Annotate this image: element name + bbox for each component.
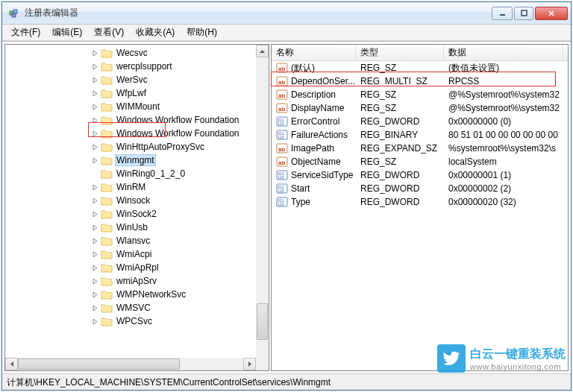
tree-expander[interactable] — [89, 315, 101, 327]
tree-label: Winsock — [115, 195, 151, 206]
values-header[interactable]: 名称类型数据 — [272, 45, 568, 61]
tree-expander[interactable] — [89, 208, 101, 220]
value-data: %systemroot%\system32\s — [444, 143, 563, 154]
tree-expander[interactable] — [89, 288, 101, 300]
tree-expander[interactable] — [89, 60, 101, 72]
scroll-thumb[interactable] — [257, 303, 268, 339]
tree-expander[interactable] — [89, 248, 101, 260]
value-row[interactable]: ImagePathREG_EXPAND_SZ%systemroot%\syste… — [272, 142, 568, 155]
value-data: 0x00000000 (0) — [444, 116, 563, 127]
maximize-button[interactable] — [514, 7, 533, 20]
tree-item[interactable]: WMSVC — [5, 301, 256, 314]
value-row[interactable]: ObjectNameREG_SZlocalSystem — [272, 155, 568, 168]
scroll-up-button[interactable] — [256, 45, 269, 57]
folder-icon — [101, 75, 113, 85]
tree-expander[interactable] — [89, 127, 101, 139]
tree-item[interactable]: Windows Workflow Foundation — [5, 127, 256, 140]
tree-item[interactable]: WIMMount — [5, 100, 256, 113]
binary-value-icon — [276, 116, 288, 127]
svg-rect-8 — [500, 14, 505, 16]
value-data: localSystem — [444, 157, 563, 167]
title-bar[interactable]: 注册表编辑器 — [2, 2, 571, 25]
tree-expander[interactable] — [89, 195, 101, 206]
scroll-track-h[interactable] — [18, 358, 243, 370]
scroll-thumb-h[interactable] — [18, 358, 180, 370]
tree-label: WerSvc — [115, 74, 149, 86]
value-row[interactable]: ErrorControlREG_DWORD0x00000000 (0) — [272, 115, 568, 128]
tree-item[interactable]: Wecsvc — [5, 46, 256, 60]
column-header-2[interactable]: 数据 — [444, 45, 563, 60]
tree-item[interactable]: WPCSvc — [5, 314, 256, 328]
value-row[interactable]: DisplayNameREG_SZ@%Systemroot%\system32 — [272, 101, 568, 115]
value-type: REG_SZ — [356, 89, 444, 100]
tree-scrollbar-vertical[interactable] — [256, 45, 269, 370]
close-button[interactable] — [535, 7, 568, 20]
tree-expander[interactable] — [89, 47, 101, 59]
tree-expander[interactable] — [89, 302, 101, 314]
tree-item[interactable]: WinUsb — [5, 221, 256, 234]
tree-expander[interactable] — [89, 181, 101, 193]
folder-icon — [101, 209, 113, 219]
value-row[interactable]: (默认)REG_SZ(数值未设置) — [272, 61, 568, 75]
tree-item[interactable]: WerSvc — [5, 73, 256, 86]
value-row[interactable]: StartREG_DWORD0x00000002 (2) — [272, 182, 568, 195]
tree-label: wmiApSrv — [115, 275, 158, 287]
svg-rect-9 — [522, 10, 527, 16]
tree-expander[interactable] — [89, 87, 101, 99]
tree-item[interactable]: WmiApRpl — [5, 261, 256, 274]
tree-item[interactable]: WinRM — [5, 180, 256, 194]
value-row[interactable]: TypeREG_DWORD0x00000020 (32) — [272, 195, 568, 209]
registry-tree[interactable]: WecsvcwercplsupportWerSvcWfpLwfWIMMountW… — [5, 45, 256, 329]
value-name: Start — [272, 183, 356, 195]
tree-label: Windows Workflow Foundation — [115, 127, 241, 139]
tree-item[interactable]: Windows Workflow Foundation — [5, 113, 256, 127]
scroll-left-button[interactable] — [5, 358, 18, 370]
tree-expander[interactable] — [89, 101, 101, 113]
scroll-right-button[interactable] — [243, 358, 256, 370]
menu-4[interactable]: 帮助(H) — [181, 24, 223, 41]
tree-expander[interactable] — [89, 262, 101, 274]
tree-item[interactable]: Wlansvc — [5, 234, 256, 247]
tree-item[interactable]: Winmgmt — [5, 154, 256, 167]
menu-1[interactable]: 编辑(E) — [46, 24, 88, 41]
tree-item[interactable]: WinRing0_1_2_0 — [5, 167, 256, 180]
tree-expander[interactable] — [89, 74, 101, 86]
minimize-button[interactable] — [492, 7, 513, 20]
scroll-corner — [256, 358, 269, 370]
values-pane[interactable]: 名称类型数据 (默认)REG_SZ(数值未设置)DependOnSer...RE… — [271, 44, 569, 371]
tree-item[interactable]: wercplsupport — [5, 60, 256, 73]
tree-expander[interactable] — [89, 235, 101, 247]
tree-item[interactable]: WfpLwf — [5, 86, 256, 100]
tree-pane[interactable]: WecsvcwercplsupportWerSvcWfpLwfWIMMountW… — [4, 44, 269, 371]
window-title: 注册表编辑器 — [25, 7, 492, 19]
menu-0[interactable]: 文件(F) — [5, 24, 46, 41]
value-row[interactable]: ServiceSidTypeREG_DWORD0x00000001 (1) — [272, 168, 568, 182]
values-list[interactable]: (默认)REG_SZ(数值未设置)DependOnSer...REG_MULTI… — [272, 61, 568, 370]
menu-2[interactable]: 查看(V) — [88, 24, 130, 41]
tree-item[interactable]: WinHttpAutoProxySvc — [5, 140, 256, 154]
value-row[interactable]: DependOnSer...REG_MULTI_SZRPCSS — [272, 75, 568, 88]
tree-expander[interactable] — [89, 114, 101, 126]
tree-item[interactable]: WinSock2 — [5, 207, 256, 221]
tree-item[interactable]: wmiApSrv — [5, 274, 256, 288]
regedit-icon — [8, 7, 20, 19]
binary-value-icon — [276, 196, 288, 208]
tree-expander[interactable] — [89, 154, 101, 166]
value-type: REG_DWORD — [356, 183, 444, 194]
value-type: REG_EXPAND_SZ — [356, 143, 444, 154]
menu-3[interactable]: 收藏夹(A) — [130, 24, 181, 41]
value-row[interactable]: DescriptionREG_SZ@%Systemroot%\system32 — [272, 88, 568, 101]
column-header-0[interactable]: 名称 — [272, 45, 356, 60]
string-value-icon — [276, 102, 288, 114]
tree-expander[interactable] — [89, 275, 101, 287]
column-header-1[interactable]: 类型 — [356, 45, 444, 60]
tree-expander[interactable] — [89, 141, 101, 153]
tree-label: Windows Workflow Foundation — [115, 114, 241, 126]
tree-item[interactable]: WmiAcpi — [5, 247, 256, 261]
tree-expander[interactable] — [89, 221, 101, 233]
tree-item[interactable]: WMPNetworkSvc — [5, 288, 256, 301]
scroll-track[interactable] — [256, 57, 269, 358]
tree-scrollbar-horizontal[interactable] — [5, 358, 256, 370]
value-row[interactable]: FailureActionsREG_BINARY80 51 01 00 00 0… — [272, 128, 568, 142]
tree-item[interactable]: Winsock — [5, 194, 256, 207]
